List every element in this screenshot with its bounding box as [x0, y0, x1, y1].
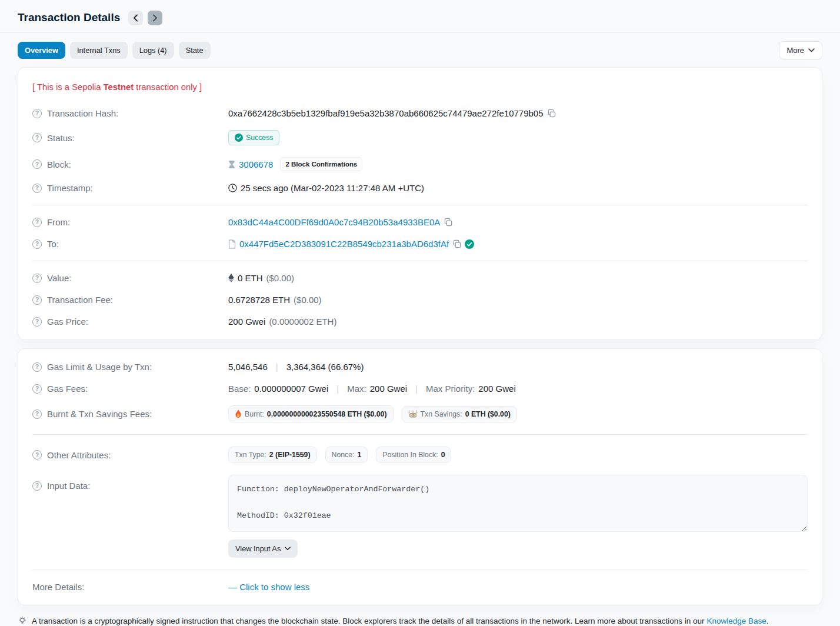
base-fee-value: 0.000000007 Gwei	[254, 384, 328, 394]
more-dropdown-button[interactable]: More	[779, 41, 822, 59]
transaction-fee-label: Transaction Fee:	[47, 295, 113, 305]
pipe-separator: |	[276, 362, 278, 372]
input-data-row: ? Input Data: Function: deployNewOperato…	[32, 469, 808, 564]
status-row: ? Status: Success	[32, 124, 808, 151]
question-help-icon[interactable]: ?	[32, 450, 42, 459]
question-help-icon[interactable]: ?	[32, 409, 42, 419]
nonce-value: 1	[357, 451, 361, 459]
testnet-warning: [ This is a Sepolia Testnet transaction …	[32, 75, 808, 102]
input-data-label: Input Data:	[47, 481, 90, 491]
gas-price-gwei: 200 Gwei	[228, 317, 265, 327]
knowledge-base-link[interactable]: Knowledge Base	[706, 617, 766, 625]
check-circle-icon	[235, 134, 243, 142]
transaction-hash-value: 0xa7662428c3b5eb1329fbaf919e5a32b3870ab6…	[228, 108, 544, 118]
gas-price-eth: (0.0000002 ETH)	[269, 317, 336, 327]
from-label: From:	[47, 217, 70, 227]
value-usd: ($0.00)	[266, 273, 295, 283]
pipe-separator: |	[415, 384, 418, 394]
position-in-block-value: 0	[441, 451, 445, 459]
max-priority-fee-value: 200 Gwei	[478, 384, 515, 394]
question-help-icon[interactable]: ?	[32, 362, 42, 372]
transaction-fee-usd: ($0.00)	[294, 295, 322, 305]
question-help-icon[interactable]: ?	[32, 295, 42, 305]
question-help-icon[interactable]: ?	[32, 184, 42, 193]
tab-state[interactable]: State	[179, 42, 211, 59]
tab-logs[interactable]: Logs (4)	[132, 42, 174, 59]
tab-overview[interactable]: Overview	[18, 42, 65, 59]
transaction-fee-row: ? Transaction Fee: 0.6728728 ETH ($0.00)	[32, 289, 808, 311]
money-savings-icon	[408, 410, 418, 418]
txn-savings-value: 0 ETH ($0.00)	[465, 410, 511, 418]
flame-icon	[235, 409, 242, 418]
testnet-warning-prefix: [ This is a Sepolia	[32, 82, 104, 92]
next-transaction-button[interactable]	[148, 11, 162, 25]
txn-savings-badge: Txn Savings: 0 ETH ($0.00)	[402, 406, 517, 422]
copy-from-address-button[interactable]	[444, 218, 452, 227]
timestamp-row: ? Timestamp: 25 secs ago (Mar-02-2023 11…	[32, 177, 808, 199]
chevron-right-icon	[152, 14, 158, 22]
status-label: Status:	[47, 133, 75, 143]
max-fee-label: Max:	[347, 384, 366, 394]
gas-fees-row: ? Gas Fees: Base: 0.000000007 Gwei | Max…	[32, 378, 808, 399]
gas-price-row: ? Gas Price: 200 Gwei (0.0000002 ETH)	[32, 311, 808, 332]
value-row: ? Value: 0 ETH ($0.00)	[32, 267, 808, 289]
from-address-link[interactable]: 0x83dC44a4C00DFf69d0A0c7c94B20b53a4933BE…	[228, 217, 440, 227]
section-divider	[32, 434, 808, 435]
lightbulb-icon	[18, 616, 27, 625]
position-in-block-badge: Position In Block: 0	[376, 447, 451, 463]
tab-internal-txns[interactable]: Internal Txns	[70, 42, 128, 59]
pipe-separator: |	[336, 384, 339, 394]
view-input-as-button[interactable]: View Input As	[228, 540, 298, 558]
question-help-icon[interactable]: ?	[32, 133, 42, 142]
more-details-row: More Details: — Click to show less	[32, 576, 808, 598]
other-attributes-label: Other Attributes:	[47, 450, 111, 460]
chevron-down-icon	[808, 48, 815, 52]
transaction-details-extra-card: ? Gas Limit & Usage by Txn: 5,046,546 | …	[18, 348, 822, 605]
block-number-link[interactable]: 3006678	[239, 159, 273, 169]
block-row: ? Block: 3006678 2 Block Confirmations	[32, 151, 808, 177]
tabs: Overview Internal Txns Logs (4) State	[18, 42, 211, 59]
burnt-fee-value: 0.000000000023550548 ETH ($0.00)	[267, 410, 387, 418]
question-help-icon[interactable]: ?	[32, 274, 42, 283]
chevron-down-icon	[285, 547, 291, 551]
from-row: ? From: 0x83dC44a4C00DFf69d0A0c7c94B20b5…	[32, 211, 808, 233]
question-help-icon[interactable]: ?	[32, 239, 42, 249]
txn-type-badge: Txn Type: 2 (EIP-1559)	[228, 447, 317, 463]
question-help-icon[interactable]: ?	[32, 317, 42, 327]
status-badge: Success	[228, 130, 279, 145]
transaction-hash-label: Transaction Hash:	[47, 108, 118, 118]
gas-fees-label: Gas Fees:	[47, 384, 88, 394]
timestamp-label: Timestamp:	[47, 183, 93, 193]
view-input-as-label: View Input As	[235, 544, 281, 553]
block-label: Block:	[47, 159, 71, 169]
max-fee-value: 200 Gwei	[370, 384, 407, 394]
other-attributes-row: ? Other Attributes: Txn Type: 2 (EIP-155…	[32, 441, 808, 469]
question-help-icon[interactable]: ?	[32, 481, 42, 491]
status-value: Success	[246, 134, 273, 142]
copy-to-address-button[interactable]	[452, 239, 461, 248]
contract-file-icon	[228, 239, 236, 249]
input-data-textarea[interactable]: Function: deployNewOperatorAndForwarder(…	[228, 475, 808, 532]
question-help-icon[interactable]: ?	[32, 384, 42, 394]
question-help-icon[interactable]: ?	[32, 218, 42, 227]
gas-limit-row: ? Gas Limit & Usage by Txn: 5,046,546 | …	[32, 356, 808, 378]
question-help-icon[interactable]: ?	[32, 159, 42, 169]
section-divider	[32, 205, 808, 205]
previous-transaction-button[interactable]	[128, 11, 143, 25]
value-label: Value:	[47, 273, 71, 283]
question-help-icon[interactable]: ?	[32, 109, 42, 118]
header-divider	[0, 32, 840, 33]
burnt-savings-label: Burnt & Txn Savings Fees:	[47, 409, 152, 419]
more-dropdown-label: More	[786, 46, 804, 55]
copy-icon	[547, 109, 556, 118]
show-less-link[interactable]: — Click to show less	[228, 582, 309, 592]
gas-limit-value: 5,046,546	[228, 362, 268, 372]
section-divider	[32, 570, 808, 570]
copy-icon	[452, 239, 461, 248]
to-row: ? To: 0x447Fd5eC2D383091C22B8549cb231a3b…	[32, 233, 808, 255]
copy-tx-hash-button[interactable]	[547, 109, 556, 118]
to-address-link[interactable]: 0x447Fd5eC2D383091C22B8549cb231a3bAD6d3f…	[239, 239, 449, 249]
section-divider	[32, 261, 808, 261]
testnet-warning-suffix: transaction only ]	[134, 82, 202, 92]
base-fee-label: Base:	[228, 384, 251, 394]
